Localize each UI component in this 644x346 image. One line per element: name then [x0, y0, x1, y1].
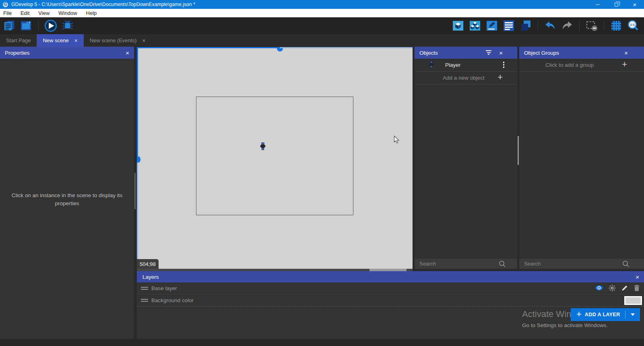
- layers-icon[interactable]: [519, 19, 533, 33]
- search-icon: [499, 260, 506, 269]
- tab-label: New scene (Events): [90, 37, 136, 43]
- plus-icon[interactable]: +: [622, 60, 627, 69]
- canvas-hscroll-thumb[interactable]: [277, 48, 283, 51]
- instances-list-icon[interactable]: [502, 19, 516, 33]
- mouse-cursor: [394, 136, 400, 146]
- close-icon[interactable]: ×: [624, 50, 628, 56]
- layers-panel: Layers × Base layer: [137, 271, 644, 339]
- groups-search-input[interactable]: [524, 261, 599, 267]
- visibility-eye-icon[interactable]: [595, 285, 603, 292]
- preview-play-icon[interactable]: [44, 19, 58, 33]
- filter-icon[interactable]: [485, 50, 492, 55]
- tab-close-icon[interactable]: ×: [74, 38, 78, 43]
- plus-icon[interactable]: +: [497, 73, 503, 82]
- close-icon: ×: [633, 2, 637, 8]
- toolbar-separator: [38, 21, 39, 31]
- menu-file[interactable]: File: [0, 9, 16, 17]
- objects-icon[interactable]: [451, 19, 465, 33]
- gdevelop-window: G GDevelop 5 - C:\Users\Sparkle\OneDrive…: [0, 0, 644, 346]
- layer-row-base[interactable]: Base layer: [137, 282, 644, 295]
- properties-scrollbar-thumb[interactable]: [134, 173, 136, 209]
- window-controls: ×: [588, 0, 644, 9]
- close-icon[interactable]: ×: [126, 50, 129, 56]
- properties-panel-header: Properties ×: [0, 47, 134, 59]
- minimize-button[interactable]: [588, 0, 607, 9]
- trash-icon[interactable]: [634, 284, 640, 293]
- canvas-vscroll-thumb[interactable]: [137, 157, 140, 163]
- effects-icon[interactable]: [609, 284, 616, 293]
- plus-icon: +: [576, 310, 582, 319]
- object-groups-panel-header: Object Groups ×: [519, 47, 644, 59]
- add-layer-button[interactable]: + ADD A LAYER: [571, 308, 640, 321]
- window-title: GDevelop 5 - C:\Users\Sparkle\OneDrive\D…: [11, 2, 195, 7]
- player-instance[interactable]: [260, 142, 266, 152]
- search-icon: [622, 260, 630, 269]
- redo-icon[interactable]: [560, 19, 574, 33]
- object-groups-icon[interactable]: [468, 19, 482, 33]
- cursor-coordinates-label: 504;98: [137, 259, 159, 269]
- panel-title: Properties: [5, 50, 30, 56]
- restore-button[interactable]: [607, 0, 625, 9]
- drag-handle-icon[interactable]: [141, 299, 148, 302]
- tab-label: New scene: [43, 37, 68, 43]
- object-row-player[interactable]: Player: [415, 59, 517, 72]
- add-group-row[interactable]: Click to add a group +: [519, 59, 644, 72]
- properties-icon[interactable]: [485, 19, 499, 33]
- scene-canvas[interactable]: 504;98: [137, 47, 413, 269]
- object-groups-panel: Object Groups × Click to add a group +: [519, 47, 644, 269]
- menubar: File Edit View Window Help: [0, 9, 644, 17]
- project-manager-icon[interactable]: [2, 19, 16, 33]
- close-button[interactable]: ×: [625, 0, 644, 9]
- undo-icon[interactable]: [543, 19, 557, 33]
- background-color-swatch[interactable]: [624, 296, 642, 305]
- tab-new-scene-events[interactable]: New scene (Events) ×: [84, 34, 152, 47]
- minimize-icon: [596, 4, 600, 5]
- add-layer-label: ADD A LAYER: [585, 312, 620, 317]
- titlebar: G GDevelop 5 - C:\Users\Sparkle\OneDrive…: [0, 0, 644, 9]
- menu-window[interactable]: Window: [54, 9, 81, 17]
- objects-search-row: [415, 259, 517, 269]
- tab-label: Start Page: [6, 37, 31, 43]
- drag-handle-icon[interactable]: [141, 287, 148, 290]
- grid-icon[interactable]: [609, 19, 623, 33]
- panel-resizer-handle[interactable]: [518, 136, 519, 165]
- tab-start-page[interactable]: Start Page: [0, 34, 37, 47]
- panel-title: Objects: [419, 50, 438, 56]
- tab-close-icon[interactable]: ×: [142, 38, 145, 43]
- layer-row-background-color[interactable]: Background color: [137, 295, 644, 307]
- panel-title: Layers: [142, 274, 159, 280]
- canvas-hscroll-line: [280, 47, 413, 48]
- scene-window-bounds: [196, 97, 353, 215]
- properties-panel: Properties × Click on an instance in the…: [0, 47, 134, 339]
- add-object-row[interactable]: Add a new object +: [415, 72, 517, 84]
- menu-view[interactable]: View: [34, 9, 54, 17]
- scene-window-icon[interactable]: [19, 19, 33, 33]
- gdevelop-logo-icon: G: [3, 2, 8, 7]
- toolbar-separator: [604, 21, 604, 31]
- objects-panel-header: Objects ×: [415, 47, 517, 59]
- menu-edit[interactable]: Edit: [16, 9, 34, 17]
- layer-name: Background color: [151, 297, 194, 303]
- debugger-icon[interactable]: [61, 19, 74, 33]
- close-icon[interactable]: ×: [636, 274, 639, 280]
- objects-search-input[interactable]: [419, 261, 481, 267]
- watermark-line2: Go to Settings to activate Windows.: [522, 322, 608, 328]
- kebab-menu-icon[interactable]: [503, 62, 505, 68]
- object-name: Player: [445, 62, 460, 68]
- groups-search-row: [519, 259, 644, 269]
- restore-icon: [615, 3, 618, 6]
- svg-text:1:1: 1:1: [630, 23, 635, 27]
- layers-panel-header: Layers ×: [137, 271, 644, 282]
- menu-help[interactable]: Help: [82, 9, 101, 17]
- window-bottom-strip: [0, 339, 644, 346]
- toolbar-separator: [538, 21, 538, 31]
- close-icon[interactable]: ×: [499, 50, 503, 56]
- chevron-down-icon[interactable]: [625, 313, 640, 316]
- tabbar: Start Page New scene × New scene (Events…: [0, 34, 644, 47]
- tab-new-scene[interactable]: New scene ×: [37, 34, 84, 47]
- deselect-icon[interactable]: [585, 19, 599, 33]
- objects-panel: Objects × Player Add a new object +: [415, 47, 517, 269]
- layer-name: Base layer: [151, 285, 177, 291]
- edit-pencil-icon[interactable]: [621, 284, 628, 293]
- zoom-1-1-icon[interactable]: 1:1: [626, 19, 640, 33]
